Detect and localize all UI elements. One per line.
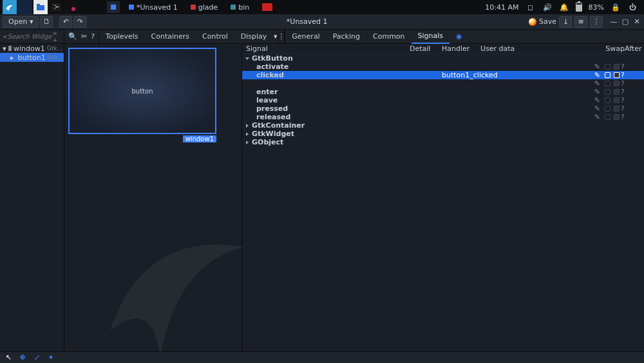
signal-row-pressed[interactable]: pressed✎? <box>242 104 644 113</box>
swap-checkbox[interactable] <box>605 72 611 78</box>
edit-icon[interactable]: ✎ <box>594 71 600 79</box>
category-tab-containers[interactable]: Containers <box>145 30 196 44</box>
undo-button[interactable]: ↶ <box>59 16 72 28</box>
task-label: bin <box>238 3 249 12</box>
col-swap: Swap <box>603 44 625 53</box>
category-tab-toplevels[interactable]: Toplevels <box>99 30 144 44</box>
resize-tool-icon[interactable]: ⤢ <box>32 353 41 362</box>
edit-icon[interactable]: ✎ <box>594 104 600 113</box>
after-checkbox[interactable] <box>614 114 620 120</box>
edit-icon[interactable]: ✎ <box>594 113 600 121</box>
prop-tab-a11y[interactable]: ◉ <box>450 30 469 44</box>
taskbar-item-glade-window[interactable] <box>107 1 120 13</box>
signal-row-enter[interactable]: enter✎? <box>242 88 644 96</box>
after-checkbox[interactable] <box>614 72 620 78</box>
notifications-icon[interactable]: 🔔 <box>559 2 569 12</box>
clock: 10:41 AM <box>485 3 518 12</box>
redo-button[interactable]: ↷ <box>73 16 86 28</box>
signal-row-activate[interactable]: activate✎? <box>242 63 644 71</box>
preview-window[interactable]: button window1 <box>68 48 216 134</box>
battery-icon <box>576 3 582 12</box>
help-icon[interactable]: ? <box>621 113 630 121</box>
preview-button-widget[interactable]: button <box>132 88 153 95</box>
signal-group-GtkContainer[interactable]: GtkContainer <box>242 121 644 130</box>
signal-row-extra[interactable]: ✎? <box>242 79 644 88</box>
cut-icon[interactable]: ✂ <box>81 32 87 41</box>
help-icon[interactable]: ? <box>621 79 630 88</box>
signals-header-row: Signal Detail Handler User data Swap Aft… <box>242 44 644 54</box>
category-tab-display[interactable]: Display <box>234 30 274 44</box>
launcher-terminal-icon[interactable]: >_ <box>49 0 63 14</box>
launcher-editor-icon[interactable] <box>64 0 79 14</box>
help-icon[interactable]: ? <box>91 32 95 41</box>
kebab-menu-button[interactable]: ⋮ <box>590 16 603 28</box>
search-input[interactable] <box>8 33 53 40</box>
prop-tab-common[interactable]: Common <box>366 30 412 44</box>
search-icon[interactable]: 🔍 <box>68 32 77 41</box>
category-tab-control[interactable]: Control <box>196 30 234 44</box>
help-icon[interactable]: ? <box>621 63 630 71</box>
col-user: User data <box>480 44 603 53</box>
swap-checkbox[interactable] <box>605 81 611 86</box>
design-canvas[interactable]: button window1 <box>64 44 242 351</box>
swap-checkbox[interactable] <box>605 89 611 95</box>
after-checkbox[interactable] <box>614 81 620 86</box>
help-icon[interactable]: ? <box>621 104 630 113</box>
launcher-files-icon[interactable] <box>33 0 48 14</box>
taskbar-item-bin[interactable]: bin <box>227 1 253 13</box>
widget-search[interactable]: < > + <box>0 30 64 43</box>
after-checkbox[interactable] <box>614 64 620 70</box>
edit-icon[interactable]: ✎ <box>594 79 600 88</box>
swap-checkbox[interactable] <box>605 64 611 70</box>
tree-item-window1[interactable]: ▾window1Gtk... <box>0 44 64 53</box>
help-icon[interactable]: ? <box>621 96 630 104</box>
edit-icon[interactable]: ✎ <box>594 88 600 96</box>
signal-group-GObject[interactable]: GObject <box>242 138 644 146</box>
help-icon[interactable]: ? <box>621 88 630 96</box>
maximize-button[interactable]: ▢ <box>622 19 629 25</box>
signal-row-clicked[interactable]: clickedbutton1_clicked✎? <box>242 71 644 79</box>
new-file-button[interactable]: 🗋 <box>40 16 53 28</box>
launcher-kali-icon[interactable] <box>3 0 17 14</box>
signal-row-released[interactable]: released✎? <box>242 113 644 121</box>
pointer-tool-icon[interactable]: ↖ <box>4 353 13 362</box>
volume-icon[interactable]: 🔊 <box>542 2 553 12</box>
menu-button[interactable]: ≡ <box>574 16 587 28</box>
move-tool-icon[interactable]: ✥ <box>18 353 27 362</box>
swap-checkbox[interactable] <box>605 114 611 120</box>
signal-group-GtkWidget[interactable]: GtkWidget <box>242 130 644 138</box>
save-button[interactable]: Save <box>539 17 556 26</box>
tree-item-button1[interactable]: ▸button1Gtk... <box>0 53 64 62</box>
after-checkbox[interactable] <box>614 106 620 112</box>
open-button[interactable]: Open ▾ <box>3 16 39 28</box>
taskbar-item-red[interactable] <box>258 1 276 13</box>
preview-window-label: window1 <box>183 135 216 142</box>
after-checkbox[interactable] <box>614 97 620 103</box>
task-label: *Unsaved 1 <box>137 3 178 12</box>
launcher-app-icon[interactable] <box>18 0 32 14</box>
pin-tool-icon[interactable]: ✦ <box>46 353 55 362</box>
help-icon[interactable]: ? <box>621 71 630 79</box>
widget-tree[interactable]: ▾window1Gtk...▸button1Gtk... <box>0 44 64 351</box>
close-button[interactable]: ✕ <box>634 19 640 25</box>
prop-tab-general[interactable]: General <box>285 30 326 44</box>
prop-tab-packing[interactable]: Packing <box>327 30 366 44</box>
after-checkbox[interactable] <box>614 89 620 95</box>
col-detail: Detail <box>410 44 442 53</box>
signal-group-GtkButton[interactable]: GtkButton <box>242 54 644 63</box>
lock-icon[interactable]: 🔒 <box>611 2 621 12</box>
red-square-icon <box>262 3 272 11</box>
signal-row-leave[interactable]: leave✎? <box>242 96 644 104</box>
minimize-button[interactable]: — <box>611 19 617 25</box>
swap-checkbox[interactable] <box>605 97 611 103</box>
power-icon[interactable]: ⏻ <box>627 2 638 12</box>
save-as-button[interactable]: ⤓ <box>559 16 572 28</box>
swap-checkbox[interactable] <box>605 106 611 112</box>
taskbar-item-glade[interactable]: glade <box>187 1 222 13</box>
prop-tab-signals[interactable]: Signals <box>412 30 450 44</box>
workspace-icon[interactable]: ◻ <box>526 2 536 12</box>
svg-rect-1 <box>37 4 40 6</box>
edit-icon[interactable]: ✎ <box>594 96 600 104</box>
taskbar-item-unsaved[interactable]: *Unsaved 1 <box>125 1 182 13</box>
edit-icon[interactable]: ✎ <box>594 63 600 71</box>
